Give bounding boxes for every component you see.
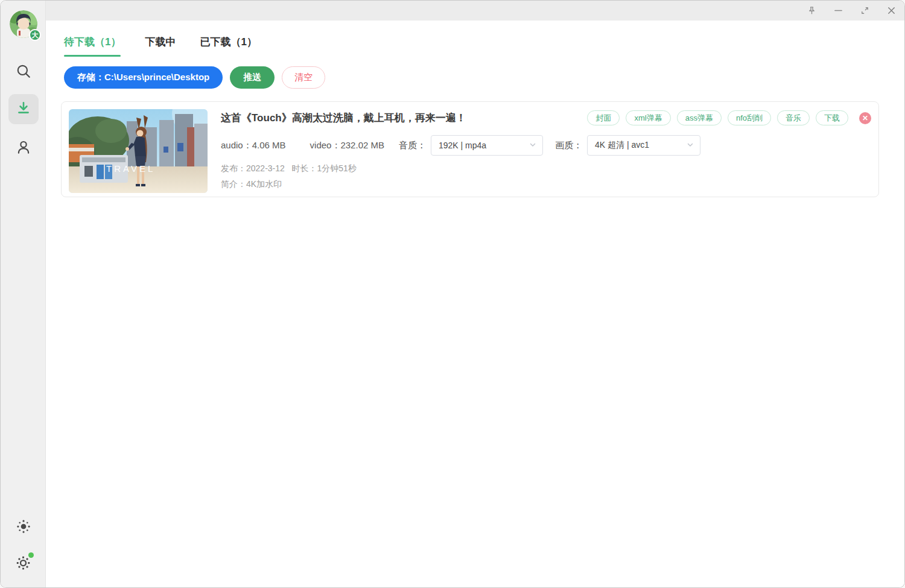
push-button[interactable]: 推送 [230,66,275,89]
pin-window-button[interactable] [804,4,819,18]
theme-brightness-icon[interactable] [1,518,46,535]
description-value: 4K加水印 [246,179,282,189]
settings-notification-dot [28,552,34,558]
video-quality-value: 4K 超清 | avc1 [595,140,682,151]
avatar[interactable]: 大 [10,10,39,39]
user-icon[interactable] [1,139,46,156]
audio-size-label: audio： [221,140,252,150]
tab-bar: 待下载（1） 下载中 已下载（1） [64,35,904,57]
option-tags: 封面 xml弹幕 ass弹幕 nfo刮削 音乐 下载 [587,110,848,125]
minimize-button[interactable] [831,4,845,18]
sidebar: 大 [1,1,46,587]
tag-xml-danmaku[interactable]: xml弹幕 [626,110,670,125]
remove-item-icon[interactable]: ✕ [859,112,871,124]
tag-download[interactable]: 下载 [816,110,848,125]
video-thumbnail[interactable]: TRAVEL [69,109,208,193]
audio-size-value: 4.06 MB [252,140,286,150]
description-label: 简介： [221,179,246,189]
video-size-label: video： [310,140,341,150]
chevron-down-icon [687,141,694,150]
download-item-card: TRAVEL 这首《Touch》高潮太过洗脑，戴上耳机，再来一遍！ 封面 xml… [61,101,879,197]
video-quality-label: 画质： [555,140,582,151]
tag-cover[interactable]: 封面 [587,110,620,125]
tab-pending[interactable]: 待下载（1） [64,35,121,57]
description-row: 简介：4K加水印 [221,179,871,190]
avatar-badge: 大 [29,29,41,41]
tab-downloading[interactable]: 下载中 [145,35,176,57]
chevron-down-icon [529,141,536,150]
thumbnail-overlay-text: TRAVEL [106,163,155,174]
publish-duration-row: 发布：2022-3-12 时长：1分钟51秒 [221,163,871,174]
settings-gear-icon[interactable] [1,554,46,571]
download-icon [16,100,31,118]
audio-quality-value: 192K | mp4a [439,141,524,150]
publish-date: 2022-3-12 [246,163,285,173]
storage-path-button[interactable]: 存储：C:\Users\prince\Desktop [64,66,223,89]
duration-label: 时长： [292,163,317,173]
publish-label: 发布： [221,163,246,173]
clear-button[interactable]: 清空 [282,66,325,89]
maximize-button[interactable] [857,4,872,18]
audio-quality-label: 音质： [399,140,426,151]
titlebar [46,1,904,21]
download-item-info: 这首《Touch》高潮太过洗脑，戴上耳机，再来一遍！ 封面 xml弹幕 ass弹… [221,109,871,189]
video-size-value: 232.02 MB [340,140,384,150]
tag-ass-danmaku[interactable]: ass弹幕 [677,110,722,125]
search-icon[interactable] [1,63,46,80]
sidebar-item-downloads[interactable] [8,94,39,124]
duration-value: 1分钟51秒 [317,163,357,173]
video-title: 这首《Touch》高潮太过洗脑，戴上耳机，再来一遍！ [221,111,577,125]
main-content: 待下载（1） 下载中 已下载（1） 存储：C:\Users\prince\Des… [46,21,904,587]
toolbar: 存储：C:\Users\prince\Desktop 推送 清空 [64,66,904,89]
close-window-button[interactable] [884,4,898,18]
tab-completed[interactable]: 已下载（1） [200,35,256,57]
app-window: 大 [0,0,905,588]
tag-nfo-scrape[interactable]: nfo刮削 [728,110,771,125]
audio-quality-select[interactable]: 192K | mp4a [431,135,543,156]
tag-music[interactable]: 音乐 [777,110,810,125]
video-quality-select[interactable]: 4K 超清 | avc1 [587,135,700,156]
media-info-row: audio：4.06 MB video：232.02 MB 音质： 192K |… [221,135,871,156]
